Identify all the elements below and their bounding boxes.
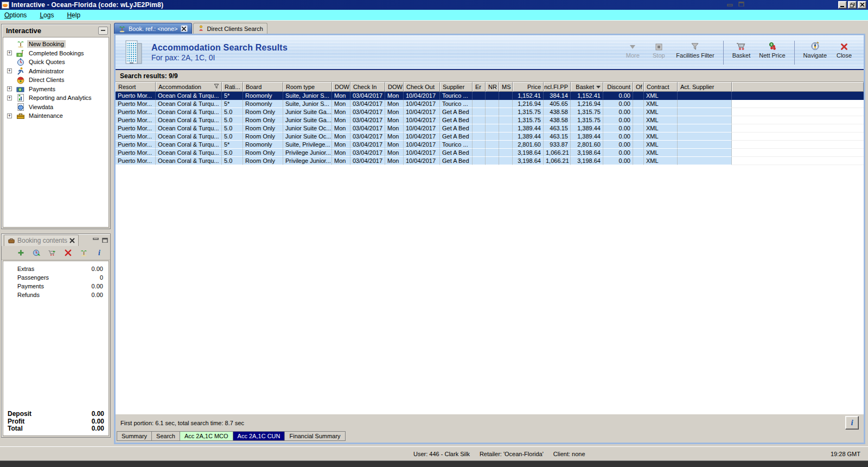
down-arrow-icon	[629, 41, 636, 51]
maximize-view-icon[interactable]	[102, 238, 108, 243]
bottom-tab-summary[interactable]: Summary	[117, 431, 152, 441]
bottom-tab-strip: SummarySearchAcc 2A,1C MCOAcc 2A,1C CUNF…	[116, 431, 864, 443]
column-header-discount[interactable]: Discount	[603, 82, 633, 92]
sidebar-item-new-booking[interactable]: New Booking	[3, 40, 108, 49]
expand-icon[interactable]: +	[7, 96, 12, 100]
column-header-contract[interactable]: Contract	[644, 82, 678, 92]
result-cell: 0.00	[603, 141, 633, 149]
result-row[interactable]: Puerto Mor...Ocean Coral & Turqu...5.0Ro…	[116, 124, 864, 132]
sidebar-item-maintenance[interactable]: +Maintenance	[3, 111, 108, 121]
sidebar-item-direct-clients[interactable]: Direct Clients	[3, 75, 108, 85]
column-header-act-supplier[interactable]: Act. Supplier	[678, 82, 732, 92]
delete-icon[interactable]	[63, 249, 72, 257]
menu-logs[interactable]: Logs	[40, 11, 54, 19]
result-cell	[499, 116, 513, 124]
expand-icon[interactable]: +	[7, 86, 12, 91]
info-button[interactable]: i	[845, 416, 859, 430]
column-header-supplier[interactable]: Supplier	[440, 82, 473, 92]
result-cell: XML	[644, 108, 678, 116]
result-cell	[473, 157, 486, 165]
column-header-room-type[interactable]: Room type	[283, 82, 332, 92]
column-header-check-in[interactable]: Check In	[350, 82, 385, 92]
column-header-of[interactable]: Of	[633, 82, 644, 92]
restore-button[interactable]	[848, 1, 857, 9]
result-cell: Room Only	[243, 157, 283, 165]
sidebar-item-viewdata[interactable]: Viewdata	[3, 103, 108, 112]
palm-tree-icon[interactable]	[79, 249, 88, 257]
bottom-tab-acc-2a-1c-cun[interactable]: Acc 2A,1C CUN	[233, 431, 285, 441]
view-header: Accommodation Search Results For pax: 2A…	[116, 35, 864, 69]
search-timing: First portion: 6.1 sec, total search tim…	[120, 420, 244, 426]
result-row[interactable]: Puerto Mor...Ocean Coral & Turqu...5*Roo…	[116, 141, 864, 149]
result-cell: Ocean Coral & Turqu...	[156, 141, 222, 149]
result-cell: Puerto Mor...	[116, 100, 156, 108]
sidebar-item-administrator[interactable]: +Administrator	[3, 67, 108, 76]
close-button[interactable]	[858, 1, 866, 9]
sidebar-item-reporting-and-analytics[interactable]: +Reporting and Analytics	[3, 93, 108, 103]
column-header-resort[interactable]: Resort	[116, 82, 156, 92]
result-row[interactable]: Puerto Mor...Ocean Coral & Turqu...5*Roo…	[116, 100, 864, 108]
result-cell: 03/04/2017	[350, 92, 385, 100]
expand-icon[interactable]: +	[7, 68, 12, 73]
filter-funnel-icon[interactable]	[214, 83, 219, 91]
result-cell: 2,801.60	[571, 141, 603, 149]
result-row[interactable]: Puerto Mor...Ocean Coral & Turqu...5.0Ro…	[116, 132, 864, 141]
navigate-button[interactable]: Navigate	[801, 40, 829, 60]
bottom-tab-acc-2a-1c-mco[interactable]: Acc 2A,1C MCO	[180, 431, 233, 441]
column-header-dow[interactable]: DOW	[385, 82, 404, 92]
close-view-button[interactable]: Close	[833, 40, 855, 60]
close-tab-icon[interactable]	[181, 25, 188, 32]
expand-icon[interactable]: +	[7, 113, 12, 118]
minimize-view-icon[interactable]	[727, 2, 733, 7]
minimize-button[interactable]	[838, 1, 847, 9]
basket-button[interactable]: Basket	[730, 40, 753, 60]
maximize-view-icon[interactable]	[738, 2, 744, 7]
column-header-nr[interactable]: NR	[486, 82, 499, 92]
result-cell: Ocean Coral & Turqu...	[156, 100, 222, 108]
booking-contents-tab[interactable]: Booking contents	[4, 235, 79, 246]
window-title: Interactive - Ocean-Florida (code: wLyJE…	[11, 1, 163, 9]
column-header-dow[interactable]: DOW	[332, 82, 350, 92]
result-row[interactable]: Puerto Mor...Ocean Coral & Turqu...5.0Ro…	[116, 149, 864, 157]
bottom-tab-search[interactable]: Search	[151, 431, 180, 441]
info-icon[interactable]: i	[95, 249, 104, 257]
close-tab-icon[interactable]	[69, 238, 75, 243]
tab-booking-ref[interactable]: Book. ref.: <none>	[114, 23, 192, 34]
result-row[interactable]: Puerto Mor...Ocean Coral & Turqu...5.0Ro…	[116, 157, 864, 165]
expand-icon[interactable]: +	[7, 51, 12, 55]
column-header-ms[interactable]: MS	[499, 82, 513, 92]
menu-help[interactable]: Help	[67, 11, 80, 19]
tab-direct-clients-search[interactable]: Direct Clients Search	[193, 23, 267, 34]
collapse-panel-button[interactable]	[98, 27, 108, 35]
sidebar-item-label: Quick Quotes	[27, 58, 67, 66]
sidebar-item-quick-quotes[interactable]: Quick Quotes	[3, 58, 108, 67]
result-cell: 3,198.64	[571, 149, 603, 157]
menu-options[interactable]: Options	[4, 11, 27, 19]
column-header-price[interactable]: Price	[513, 82, 544, 92]
quote-clock-icon[interactable]	[32, 249, 41, 257]
column-header-er[interactable]: Er	[473, 82, 486, 92]
nett-price-button[interactable]: Nett Price	[757, 40, 787, 60]
result-cell: Mon	[332, 108, 350, 116]
booking-contents-panel: Booking contents i Extras0.00Passengers0…	[1, 234, 111, 438]
column-header-check-out[interactable]: Check Out	[404, 82, 440, 92]
facilities-filter-button[interactable]: Facilities Filter	[674, 40, 716, 60]
result-row[interactable]: Puerto Mor...Ocean Coral & Turqu...5.0Ro…	[116, 116, 864, 124]
column-header-rati[interactable]: Rati...	[222, 82, 243, 92]
minimize-view-icon[interactable]	[93, 238, 99, 243]
result-row[interactable]: Puerto Mor...Ocean Coral & Turqu...5.0Ro…	[116, 108, 864, 116]
column-header-accommodation[interactable]: Accommodation	[156, 82, 222, 92]
add-icon[interactable]	[16, 249, 25, 257]
bottom-tab-financial-summary[interactable]: Financial Summary	[284, 431, 345, 441]
sidebar-item-payments[interactable]: +Payments	[3, 85, 108, 94]
sidebar-item-completed-bookings[interactable]: +Completed Bookings	[3, 49, 108, 58]
sidebar-item-label: Completed Bookings	[27, 49, 86, 57]
result-cell-filler	[732, 100, 864, 108]
result-row[interactable]: Puerto Mor...Ocean Coral & Turqu...5*Roo…	[116, 92, 864, 100]
column-header-board[interactable]: Board	[243, 82, 283, 92]
column-header-incl-fl-pp[interactable]: Incl.Fl.PP	[544, 82, 571, 92]
basket-go-icon[interactable]	[48, 249, 56, 257]
result-cell	[633, 132, 644, 141]
column-header-basket[interactable]: Basket	[571, 82, 603, 92]
booking-total-label: Deposit	[8, 410, 31, 418]
